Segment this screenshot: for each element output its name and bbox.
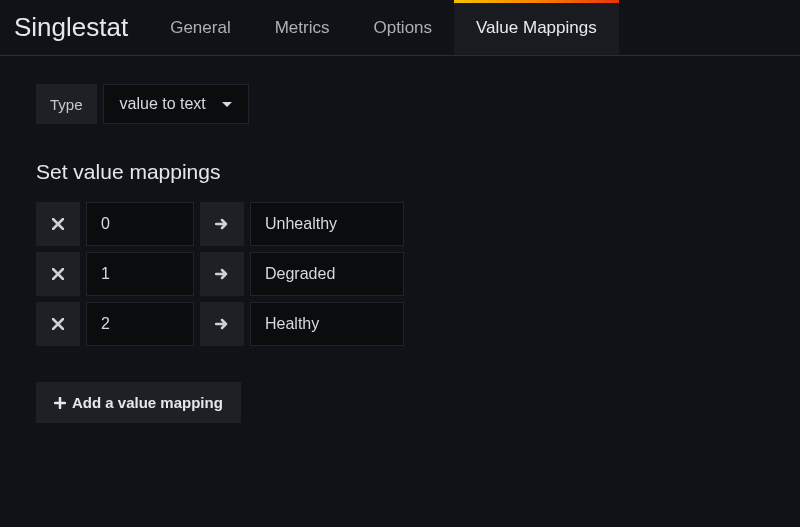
- remove-mapping-button[interactable]: [36, 202, 80, 246]
- mapping-text-input[interactable]: Healthy: [250, 302, 404, 346]
- arrow-cell: [200, 252, 244, 296]
- plus-icon: [54, 397, 66, 409]
- mapping-text-input[interactable]: Degraded: [250, 252, 404, 296]
- tabs: General Metrics Options Value Mappings: [148, 0, 619, 55]
- tab-metrics[interactable]: Metrics: [253, 0, 352, 55]
- arrow-cell: [200, 202, 244, 246]
- tab-value-mappings[interactable]: Value Mappings: [454, 0, 619, 55]
- mapping-text-input[interactable]: Unhealthy: [250, 202, 404, 246]
- arrow-right-icon: [215, 267, 229, 281]
- type-select-value: value to text: [120, 95, 206, 113]
- mapping-row: 1 Degraded: [36, 252, 764, 296]
- arrow-cell: [200, 302, 244, 346]
- panel-title: Singlestat: [0, 12, 148, 43]
- mapping-value-input[interactable]: 0: [86, 202, 194, 246]
- close-icon: [52, 218, 64, 230]
- mapping-row: 2 Healthy: [36, 302, 764, 346]
- add-value-mapping-button[interactable]: Add a value mapping: [36, 382, 241, 423]
- section-title: Set value mappings: [36, 160, 764, 184]
- arrow-right-icon: [215, 217, 229, 231]
- tab-general[interactable]: General: [148, 0, 252, 55]
- mapping-row: 0 Unhealthy: [36, 202, 764, 246]
- type-select[interactable]: value to text: [103, 84, 249, 124]
- type-label: Type: [36, 84, 97, 124]
- close-icon: [52, 268, 64, 280]
- type-row: Type value to text: [36, 84, 764, 124]
- remove-mapping-button[interactable]: [36, 252, 80, 296]
- tab-options[interactable]: Options: [351, 0, 454, 55]
- mapping-value-input[interactable]: 1: [86, 252, 194, 296]
- close-icon: [52, 318, 64, 330]
- mapping-value-input[interactable]: 2: [86, 302, 194, 346]
- remove-mapping-button[interactable]: [36, 302, 80, 346]
- arrow-right-icon: [215, 317, 229, 331]
- add-button-label: Add a value mapping: [72, 394, 223, 411]
- chevron-down-icon: [222, 102, 232, 107]
